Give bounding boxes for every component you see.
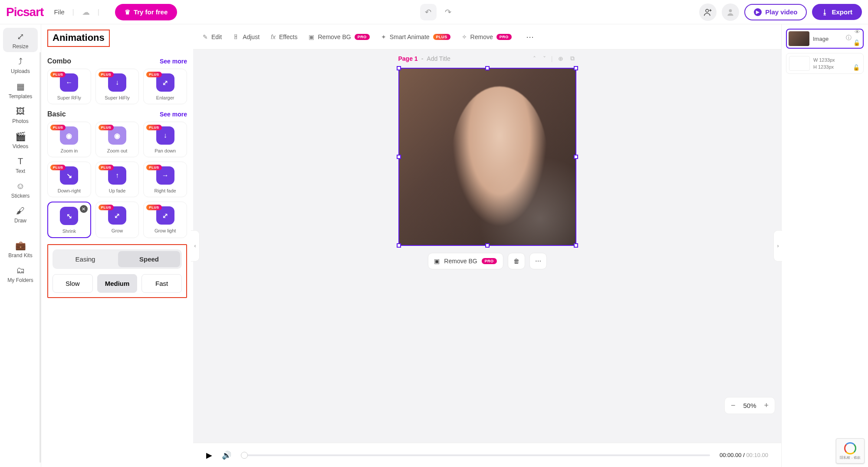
redo-button[interactable]: ↷ xyxy=(440,4,457,20)
person-plus-icon xyxy=(704,8,712,17)
resize-handle[interactable] xyxy=(397,243,401,248)
file-menu[interactable]: File xyxy=(54,8,64,16)
section-basic-header: Basic See more xyxy=(47,110,187,118)
collapse-layers-button[interactable]: › xyxy=(773,230,782,262)
account-avatar[interactable] xyxy=(722,3,739,21)
rail-photos[interactable]: 🖼Photos xyxy=(3,103,38,127)
anim-thumb-icon: ⤡ xyxy=(60,207,78,225)
ctx-smart-animate[interactable]: ✦Smart AnimatePLUS xyxy=(381,33,450,40)
ctx-adjust[interactable]: 🎚Adjust xyxy=(233,33,260,40)
speed-medium[interactable]: Medium xyxy=(97,274,138,293)
layer-artboard[interactable]: W 1233px H 1233px 🔓 xyxy=(786,53,864,74)
timeline-play-button[interactable]: ▶ xyxy=(206,450,212,460)
lock-icon[interactable]: 🔓 xyxy=(853,64,860,71)
page-add-icon[interactable]: ⊕ xyxy=(556,54,565,63)
resize-handle[interactable] xyxy=(574,155,578,159)
page-duplicate-icon[interactable]: ⧉ xyxy=(569,54,576,63)
section-combo-see-more[interactable]: See more xyxy=(160,58,187,65)
selected-image[interactable] xyxy=(398,68,576,246)
canvas-stage[interactable]: Page 1 - Add Title ˄ ˅ | ⊕ ⧉ xyxy=(193,50,781,443)
rail-videos[interactable]: 🎬Videos xyxy=(3,128,38,152)
plus-badge: PLUS xyxy=(99,205,114,210)
anim-down-right[interactable]: PLUS↘Down-right xyxy=(47,162,91,197)
rail-scrollbar[interactable] xyxy=(39,52,41,463)
zoom-in-button[interactable]: + xyxy=(764,401,769,410)
play-video-button[interactable]: ▶ Play video xyxy=(744,4,807,20)
cloud-sync-icon[interactable]: ☁ xyxy=(82,7,90,17)
text-icon: T xyxy=(18,156,23,166)
page-title-input[interactable]: Add Title xyxy=(427,55,450,62)
tab-easing[interactable]: Easing xyxy=(54,251,116,267)
page-move-up-icon[interactable]: ˄ xyxy=(531,54,538,63)
timeline-time: 00:00.00 / 00:10.00 xyxy=(720,452,768,458)
pro-badge: PRO xyxy=(482,258,497,264)
edit-icon: ✎ xyxy=(203,33,208,40)
ctx-more-button[interactable]: ⋯ xyxy=(523,30,537,44)
top-bar: Picsart File | ☁ | ♛ Try for free ↶ ↷ ▶ … xyxy=(0,0,868,24)
artboard-thumbnail xyxy=(789,56,810,71)
resize-handle[interactable] xyxy=(397,66,401,70)
try-for-free-button[interactable]: ♛ Try for free xyxy=(115,4,177,20)
layer-image[interactable]: Image 👁 ⓘ 🔓 xyxy=(786,29,864,49)
anim-enlarger[interactable]: PLUS⤢Enlarger xyxy=(143,69,187,104)
invite-user-button[interactable] xyxy=(699,3,717,21)
page-header: Page 1 - Add Title ˄ ˅ | ⊕ ⧉ xyxy=(398,54,576,63)
floating-more[interactable]: ⋯ xyxy=(529,253,547,269)
easing-speed-tabs: Easing Speed xyxy=(53,249,182,269)
floating-delete[interactable]: 🗑 xyxy=(508,253,525,269)
top-bar-right: ▶ Play video ⭳ Export xyxy=(699,3,862,21)
rail-text[interactable]: TText xyxy=(3,153,38,177)
rail-stickers[interactable]: ☺Stickers xyxy=(3,178,38,202)
rail-brand-kits[interactable]: 💼Brand Kits xyxy=(3,237,38,261)
timeline-volume-button[interactable]: 🔊 xyxy=(222,450,231,460)
info-icon[interactable]: ⓘ xyxy=(846,34,852,42)
resize-handle[interactable] xyxy=(397,155,401,159)
anim-pan-down[interactable]: PLUS↓Pan down xyxy=(143,122,187,157)
export-button[interactable]: ⭳ Export xyxy=(812,4,862,20)
resize-handle[interactable] xyxy=(485,243,490,248)
ctx-remove[interactable]: ✧RemovePRO xyxy=(462,33,512,40)
resize-handle[interactable] xyxy=(574,243,578,248)
speed-fast[interactable]: Fast xyxy=(141,274,182,293)
remove-animation-icon[interactable]: ✕ xyxy=(80,205,88,213)
anim-grow[interactable]: PLUS⤢Grow xyxy=(95,202,139,238)
timeline-track[interactable] xyxy=(241,454,710,456)
anim-grow-light[interactable]: PLUS⤢Grow light xyxy=(143,202,187,238)
section-basic-title: Basic xyxy=(47,110,66,118)
recaptcha-icon xyxy=(844,442,856,454)
anim-shrink[interactable]: ✕⤡Shrink xyxy=(47,202,91,238)
ctx-remove-bg[interactable]: ▣Remove BGPRO xyxy=(309,33,369,40)
collapse-panel-button[interactable]: ‹ xyxy=(191,230,200,262)
videos-icon: 🎬 xyxy=(15,131,26,142)
lock-icon[interactable]: 🔓 xyxy=(853,40,860,46)
anim-super-rfly[interactable]: PLUS←Super RFly xyxy=(47,69,91,104)
section-basic-see-more[interactable]: See more xyxy=(160,111,187,118)
anim-zoom-out[interactable]: PLUS◉Zoom out xyxy=(95,122,139,157)
rail-my-folders[interactable]: 🗂My Folders xyxy=(3,262,38,286)
resize-handle[interactable] xyxy=(574,66,578,70)
briefcase-icon: 💼 xyxy=(15,240,26,251)
history-controls: ↶ ↷ xyxy=(177,4,699,20)
anim-up-fade[interactable]: PLUS↑Up fade xyxy=(95,162,139,197)
rail-uploads[interactable]: ⤴Uploads xyxy=(3,53,38,77)
anim-super-hifly[interactable]: PLUS↓Super HiFly xyxy=(95,69,139,104)
floating-remove-bg[interactable]: ▣ Remove BG PRO xyxy=(427,253,503,269)
undo-button[interactable]: ↶ xyxy=(420,4,437,20)
ctx-edit[interactable]: ✎Edit xyxy=(203,33,222,40)
page-move-down-icon[interactable]: ˅ xyxy=(541,54,548,63)
anim-zoom-in[interactable]: PLUS◉Zoom in xyxy=(47,122,91,157)
anim-right-fade[interactable]: PLUS→Right fade xyxy=(143,162,187,197)
zoom-out-button[interactable]: − xyxy=(731,401,736,410)
speed-slow[interactable]: Slow xyxy=(53,274,93,293)
rail-templates[interactable]: ▦Templates xyxy=(3,78,38,102)
timeline-playhead[interactable] xyxy=(241,452,248,459)
zoom-value: 50% xyxy=(743,402,756,409)
rail-draw[interactable]: 🖌Draw xyxy=(3,202,38,226)
resize-handle[interactable] xyxy=(485,66,490,70)
rail-resize[interactable]: ⤢Resize xyxy=(3,28,38,52)
recaptcha-badge[interactable]: 隱私權 - 條款 xyxy=(836,438,865,464)
pro-badge: PRO xyxy=(496,34,512,40)
ctx-effects[interactable]: fxEffects xyxy=(271,33,297,40)
visibility-icon[interactable]: 👁 xyxy=(855,29,860,35)
tab-speed[interactable]: Speed xyxy=(118,251,180,267)
